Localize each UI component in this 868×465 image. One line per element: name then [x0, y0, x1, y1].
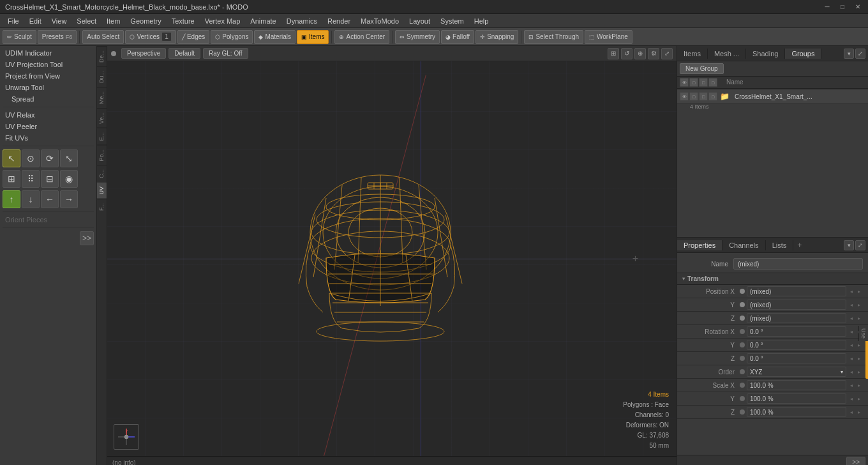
- scale-x-left-arrow[interactable]: ◂: [848, 380, 855, 390]
- vert-tab-du[interactable]: Du...: [97, 66, 107, 87]
- header-sel-icon[interactable]: □: [708, 78, 717, 87]
- group-vis[interactable]: □: [699, 92, 708, 101]
- menu-file[interactable]: File: [3, 16, 24, 26]
- action-center-button[interactable]: ⊕ Action Center: [334, 30, 389, 44]
- pos-y-left-arrow[interactable]: ◂: [848, 300, 855, 310]
- select-through-button[interactable]: ⊡ Select Through: [524, 30, 583, 44]
- expand-button[interactable]: >>: [80, 231, 94, 245]
- transform-section[interactable]: Transform: [677, 273, 868, 285]
- tab-mesh[interactable]: Mesh ...: [708, 49, 746, 59]
- vp-ctrl-refresh[interactable]: ↺: [621, 48, 632, 59]
- workplane-button[interactable]: ⬚ WorkPlane: [585, 30, 632, 44]
- edges-button[interactable]: ╱ Edges: [177, 30, 209, 44]
- right-arrow-button[interactable]: →: [60, 190, 78, 208]
- vertices-button[interactable]: ⬡ Vertices 1: [125, 30, 176, 44]
- menu-item[interactable]: Item: [101, 16, 125, 26]
- group-row[interactable]: 👁 □ □ □ 📁 CrossHelmet_X1_Smart_...: [677, 90, 868, 103]
- fit-uvs-item[interactable]: Fit UVs: [0, 132, 96, 144]
- header-eye-icon[interactable]: 👁: [680, 78, 689, 87]
- sculpt-button[interactable]: ✏ Sculpt: [3, 30, 36, 44]
- dropdown-arrow-btn[interactable]: ▾: [844, 49, 854, 59]
- pos-y-right-arrow[interactable]: ▸: [855, 300, 863, 310]
- group-eye[interactable]: 👁: [680, 92, 689, 101]
- menu-maxtomode[interactable]: MaxToModo: [355, 16, 404, 26]
- unwrap-tool-item[interactable]: Unwrap Tool: [0, 82, 96, 93]
- up-arrow-button[interactable]: ↑: [3, 190, 20, 208]
- header-lock-icon[interactable]: □: [689, 78, 698, 87]
- scale-y-right-arrow[interactable]: ▸: [855, 393, 863, 404]
- menu-layout[interactable]: Layout: [404, 16, 435, 26]
- tab-lists[interactable]: Lists: [766, 240, 794, 250]
- presets-button[interactable]: Presets F6: [38, 30, 77, 44]
- orient-pieces-item[interactable]: Orient Pieces: [0, 214, 96, 225]
- scale-y-value[interactable]: 100.0 %: [747, 393, 846, 404]
- navigation-compass[interactable]: Y: [114, 424, 139, 450]
- default-button[interactable]: Default: [168, 48, 200, 59]
- line-button[interactable]: ⊟: [41, 170, 59, 188]
- prop-expand-btn[interactable]: ⤢: [855, 240, 865, 250]
- vp-ctrl-expand[interactable]: ⤢: [661, 48, 673, 59]
- scale-y-left-arrow[interactable]: ◂: [848, 393, 855, 404]
- tab-properties[interactable]: Properties: [677, 240, 722, 250]
- expand-btn[interactable]: ⤢: [855, 49, 865, 59]
- auto-select-button[interactable]: Auto Select: [82, 30, 124, 44]
- spread-item[interactable]: Spread: [0, 93, 96, 105]
- position-y-value[interactable]: (mixed): [747, 300, 846, 310]
- select-tool-button[interactable]: ⊙: [22, 149, 40, 167]
- menu-vertex-map[interactable]: Vertex Map: [200, 16, 246, 26]
- ray-gl-button[interactable]: Ray GL: Off: [203, 48, 248, 59]
- new-group-button[interactable]: New Group: [680, 63, 724, 74]
- use-tab[interactable]: Use: [858, 326, 868, 341]
- menu-view[interactable]: View: [47, 16, 72, 26]
- scale-z-right-arrow[interactable]: ▸: [855, 407, 863, 417]
- position-z-value[interactable]: (mixed): [747, 313, 846, 323]
- menu-help[interactable]: Help: [469, 16, 494, 26]
- udim-indicator-item[interactable]: UDIM Indicator: [0, 47, 96, 59]
- rot-z-left-arrow[interactable]: ◂: [848, 353, 855, 363]
- prop-dropdown-btn[interactable]: ▾: [844, 240, 854, 250]
- tab-items[interactable]: Items: [677, 49, 708, 59]
- materials-button[interactable]: ◆ Materials: [254, 30, 296, 44]
- dot-grid-button[interactable]: ⠿: [22, 170, 40, 188]
- minimize-button[interactable]: ─: [822, 2, 832, 12]
- rotation-z-value[interactable]: 0.0 °: [747, 353, 846, 363]
- scale-z-left-arrow[interactable]: ◂: [848, 407, 855, 417]
- vert-tab-de[interactable]: De...: [97, 46, 107, 66]
- vert-tab-ve[interactable]: Ve...: [97, 108, 107, 128]
- menu-system[interactable]: System: [435, 16, 469, 26]
- items-button[interactable]: ▣ Items: [297, 30, 329, 44]
- group-sel[interactable]: □: [708, 92, 717, 101]
- viewport-canvas[interactable]: +: [107, 61, 677, 456]
- add-tab-button[interactable]: +: [793, 240, 805, 251]
- vert-tab-c[interactable]: C...: [97, 165, 107, 182]
- vp-ctrl-grid[interactable]: ⊞: [608, 48, 619, 59]
- scale-x-value[interactable]: 100.0 %: [747, 380, 846, 390]
- grid-tool-button[interactable]: ⊞: [3, 170, 20, 188]
- move-tool-button[interactable]: ↖: [3, 149, 20, 167]
- menu-edit[interactable]: Edit: [24, 16, 47, 26]
- symmetry-button[interactable]: ⇔ Symmetry: [395, 30, 440, 44]
- vert-tab-e[interactable]: E...: [97, 128, 107, 145]
- uv-relax-item[interactable]: UV Relax: [0, 109, 96, 121]
- rot-x-left-arrow[interactable]: ◂: [848, 326, 855, 337]
- pos-z-right-arrow[interactable]: ▸: [855, 313, 863, 323]
- scale-z-value[interactable]: 100.0 %: [747, 407, 846, 417]
- rotate-tool-button[interactable]: ⟳: [41, 149, 59, 167]
- rot-y-right-arrow[interactable]: ▸: [855, 340, 863, 350]
- perspective-button[interactable]: Perspective: [121, 48, 166, 59]
- rotation-x-value[interactable]: 0.0 °: [747, 326, 846, 337]
- menu-render[interactable]: Render: [322, 16, 355, 26]
- order-right-arrow[interactable]: ▸: [855, 367, 863, 377]
- order-left-arrow[interactable]: ◂: [848, 367, 855, 377]
- rot-y-left-arrow[interactable]: ◂: [848, 340, 855, 350]
- pos-x-left-arrow[interactable]: ◂: [848, 286, 855, 296]
- left-arrow-button[interactable]: ←: [41, 190, 59, 208]
- vert-tab-po[interactable]: Po...: [97, 145, 107, 165]
- group-lock[interactable]: □: [689, 92, 698, 101]
- prop-scroll-right-btn[interactable]: >>: [846, 457, 865, 465]
- vert-tab-f[interactable]: F...: [97, 199, 107, 215]
- vp-ctrl-zoom[interactable]: ⊕: [634, 48, 646, 59]
- maximize-button[interactable]: □: [837, 2, 848, 12]
- menu-select[interactable]: Select: [71, 16, 101, 26]
- header-vis-icon[interactable]: □: [699, 78, 708, 87]
